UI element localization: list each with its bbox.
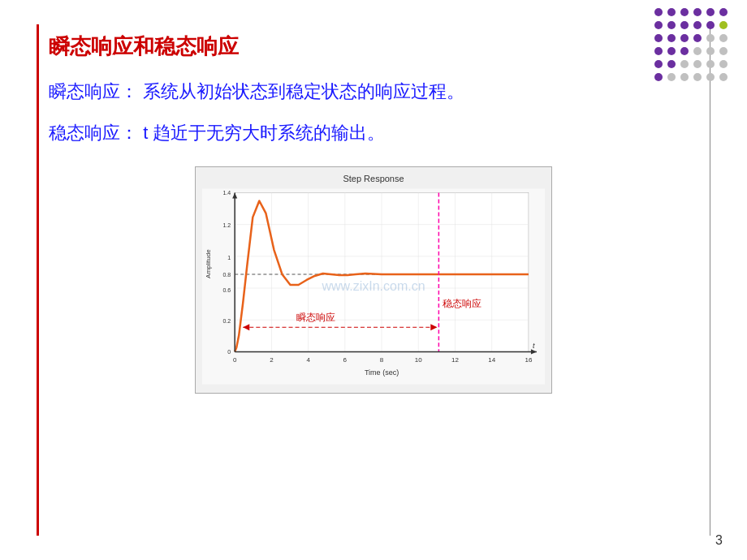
svg-text:Amplitude: Amplitude	[205, 249, 212, 278]
svg-text:0: 0	[233, 357, 237, 364]
chart-area: www.zixIn.com.cn	[202, 185, 545, 388]
transient-text: 系统从初始状态到稳定状态的响应过程。	[143, 81, 464, 101]
svg-text:14: 14	[488, 357, 495, 364]
svg-text:12: 12	[451, 357, 459, 364]
svg-text:10: 10	[415, 357, 422, 364]
svg-text:1.2: 1.2	[222, 222, 231, 228]
steady-prefix: 稳态响应：	[49, 123, 138, 143]
svg-text:1.4: 1.4	[222, 191, 231, 196]
steady-definition: 稳态响应： t 趋近于无穷大时系统的输出。	[49, 118, 698, 147]
svg-text:8: 8	[380, 357, 384, 364]
svg-text:Time (sec): Time (sec)	[365, 368, 399, 377]
steady-text: t 趋近于无穷大时系统的输出。	[143, 123, 385, 143]
svg-text:0: 0	[227, 350, 231, 355]
transient-prefix: 瞬态响应：	[49, 81, 138, 101]
page-number: 3	[715, 533, 723, 548]
svg-text:0.6: 0.6	[222, 287, 231, 293]
svg-text:稳态响应: 稳态响应	[443, 298, 481, 309]
svg-text:6: 6	[343, 357, 348, 364]
svg-text:2: 2	[270, 357, 274, 364]
svg-text:1: 1	[227, 255, 231, 261]
transient-definition: 瞬态响应： 系统从初始状态到稳定状态的响应过程。	[49, 77, 698, 106]
svg-text:瞬态响应: 瞬态响应	[296, 312, 335, 324]
chart-title: Step Response	[202, 174, 545, 183]
svg-text:0.2: 0.2	[222, 319, 231, 325]
svg-text:16: 16	[525, 357, 532, 364]
chart-svg: 0 2 4 6 8 10 12 14 16 t 0 0.2 0.6 0.8	[202, 185, 545, 388]
chart-wrapper: Step Response www.zixIn.com.cn	[195, 166, 552, 394]
chart-container: Step Response www.zixIn.com.cn	[49, 166, 698, 394]
svg-text:4: 4	[306, 357, 310, 364]
svg-text:0.8: 0.8	[222, 272, 231, 278]
slide-title: 瞬态响应和稳态响应	[49, 32, 698, 61]
